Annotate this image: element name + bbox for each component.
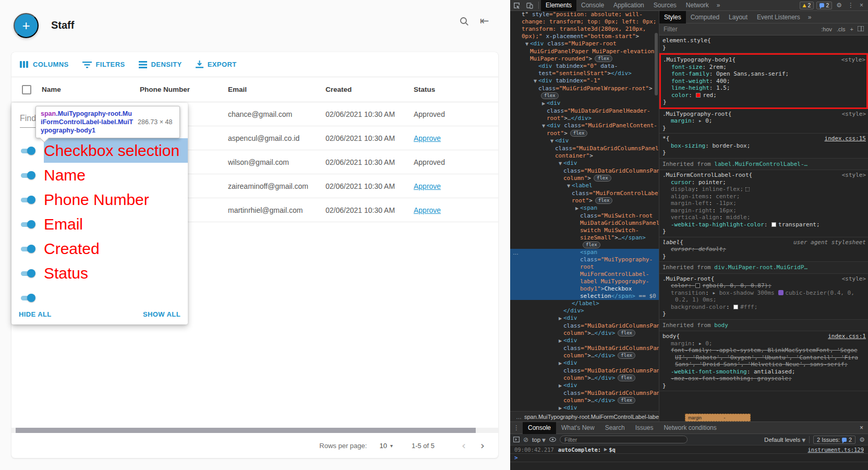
drawer-kebab-icon[interactable]: ⋮ — [510, 424, 523, 431]
css-property[interactable]: margin-left: -11px; — [662, 200, 866, 207]
style-rule[interactable]: body {index.css:1margin: ▸ 0;font-family… — [659, 331, 868, 391]
css-property[interactable]: -moz-osx-font-smoothing: grayscale; — [662, 375, 866, 382]
color-swatch[interactable] — [695, 283, 700, 288]
breadcrumb-overflow-left[interactable]: … — [516, 414, 522, 420]
flex-editor-icon[interactable] — [745, 187, 750, 191]
device-toolbar-icon[interactable] — [523, 2, 536, 9]
previous-page-button[interactable]: ‹ — [454, 440, 473, 451]
css-property[interactable]: line-height: 1.5; — [663, 85, 865, 92]
expand-arrow-closed-icon[interactable]: ▶ — [575, 205, 580, 212]
expand-value-icon[interactable]: ▸ — [698, 117, 705, 124]
density-button[interactable]: DENSITY — [139, 61, 182, 68]
log-value[interactable]: $q — [609, 447, 616, 453]
approve-link[interactable]: Approve — [414, 206, 441, 214]
drawer-tab-issues[interactable]: Issues — [630, 422, 659, 434]
devtools-tab-elements[interactable]: Elements — [541, 0, 576, 11]
console-settings-gear-icon[interactable]: ⚙ — [859, 436, 865, 443]
expand-value-icon[interactable]: ▸ — [712, 290, 719, 296]
more-tabs-icon[interactable]: » — [714, 2, 724, 9]
expand-arrow-closed-icon[interactable]: ▶ — [559, 315, 563, 322]
dom-tree-node[interactable]: ▼<div class="MuiDataGridColumnsPanel-col… — [510, 160, 659, 182]
flex-badge[interactable]: flex — [618, 330, 635, 336]
next-page-button[interactable]: › — [473, 440, 492, 451]
expand-arrow-closed-icon[interactable]: ▶ — [559, 382, 563, 390]
style-rule[interactable]: .MuiTypography-body1 {<style>font-size: … — [659, 53, 868, 109]
style-rule[interactable]: element.style {} — [659, 35, 868, 53]
expand-arrow-closed-icon[interactable]: ▶ — [559, 405, 563, 411]
dom-tree-node[interactable]: ▶<div class="MuiDataGridColumnsPanel-col… — [510, 359, 659, 382]
close-drawer-icon[interactable]: × — [855, 424, 868, 431]
devtools-tab-sources[interactable]: Sources — [649, 0, 681, 11]
inherited-node-link[interactable]: label.MuiFormControlLabel-… — [714, 161, 807, 167]
expand-arrow-open-icon[interactable]: ▼ — [525, 41, 530, 48]
toggle-switch[interactable] — [20, 220, 35, 228]
warnings-badge[interactable]: ▲2 — [800, 2, 814, 9]
hover-state-toggle[interactable]: :hov — [821, 26, 832, 32]
elements-breadcrumb[interactable]: … span.MuiTypography-root.MuiFormControl… — [510, 411, 659, 421]
drawer-tab-search[interactable]: Search — [600, 422, 630, 434]
kebab-menu-icon[interactable]: ⋮ — [846, 2, 855, 9]
tab-layout[interactable]: Layout — [724, 11, 752, 23]
drawer-tab-whats-new[interactable]: What's New — [556, 422, 600, 434]
rule-selector[interactable]: body — [662, 333, 677, 340]
expand-arrow-open-icon[interactable]: ▼ — [550, 138, 555, 145]
dom-tree-node[interactable]: <span class="MuiTypography-root MuiFormC… — [510, 249, 659, 300]
dom-tree-node[interactable]: ▶<div class="MuiDataGridColumnsPanel-col… — [510, 382, 659, 404]
column-toggle-row[interactable]: Status — [11, 261, 188, 285]
flex-badge[interactable]: flex — [618, 375, 635, 381]
more-sidebar-tabs-icon[interactable]: » — [805, 14, 815, 21]
styles-filter-input[interactable]: Filter — [664, 26, 678, 33]
console-log-entry[interactable]: 09:00:42.217 autoComplete: ▶ $q instrume… — [510, 445, 868, 454]
export-button[interactable]: EXPORT — [196, 61, 237, 68]
css-property[interactable]: vertical-align: middle; — [662, 214, 866, 221]
tab-computed[interactable]: Computed — [686, 11, 724, 23]
filters-button[interactable]: FILTERS — [82, 61, 125, 68]
select-all-checkbox[interactable] — [22, 85, 31, 94]
flex-badge[interactable]: flex — [541, 92, 559, 99]
css-property[interactable]: margin-right: 16px; — [662, 207, 866, 214]
expand-arrow-closed-icon[interactable]: ▶ — [559, 360, 563, 367]
dom-tree-node[interactable]: </div> — [510, 307, 659, 315]
style-rule[interactable]: label {user agent stylesheetcursor: defa… — [659, 237, 868, 262]
box-model-margin[interactable]: margin - — [685, 414, 751, 421]
dom-tree-node[interactable]: ▼<div class="MuiGridPanelContent-root">f… — [510, 122, 659, 137]
dom-tree-node[interactable]: ▼<div tabindex="-1" class="MuiGridPanelW… — [510, 77, 659, 100]
console-prompt[interactable]: > — [510, 454, 868, 462]
css-property[interactable]: background-color: #fff; — [662, 304, 866, 311]
expand-arrow-open-icon[interactable]: ▼ — [567, 183, 572, 190]
color-swatch[interactable] — [771, 222, 776, 227]
search-icon[interactable] — [459, 16, 469, 29]
style-rule[interactable]: .MuiFormControlLabel-root {<style>cursor… — [659, 170, 868, 237]
columns-button[interactable]: COLUMNS — [20, 61, 69, 68]
new-rule-button[interactable]: + — [850, 26, 853, 32]
column-toggle-row[interactable]: Checkbox selection — [11, 138, 188, 163]
color-swatch[interactable] — [733, 305, 738, 309]
clear-console-icon[interactable]: ⊘ — [523, 436, 528, 443]
dom-tree-node[interactable]: ▶<div class="MuiDataGridColumnsPanel-col… — [510, 404, 659, 411]
dom-tree-node[interactable]: ▶<div class="MuiDataGridColumnsPanel-col… — [510, 315, 659, 337]
css-property[interactable]: font-family: -apple-system, BlinkMacSyst… — [662, 347, 866, 368]
css-property[interactable]: margin: ▸ 0; — [662, 340, 866, 347]
css-property[interactable]: display: inline-flex; — [662, 186, 866, 193]
css-property[interactable]: font-family: Open Sans,sans-serif; — [663, 70, 865, 78]
expand-arrow-closed-icon[interactable]: ▶ — [559, 338, 563, 345]
dropdown-caret-icon[interactable]: ▾ — [390, 443, 393, 449]
rule-selector[interactable]: .MuiPaper-root — [662, 275, 711, 283]
drawer-tab-console[interactable]: Console — [523, 422, 556, 434]
css-property[interactable]: align-items: center; — [662, 193, 866, 200]
issues-counter[interactable]: 2 Issues: 2 — [813, 436, 855, 444]
toggle-switch[interactable] — [20, 245, 35, 253]
css-property[interactable]: cursor: pointer; — [662, 179, 866, 186]
dom-tree-node[interactable]: <div tabindex="0" data-test="sentinelSta… — [510, 63, 659, 77]
inspect-element-icon[interactable] — [510, 2, 523, 9]
approve-link[interactable]: Approve — [414, 134, 441, 142]
css-property[interactable]: color: rgba(0, 0, 0, 0.87); — [662, 282, 866, 290]
column-header-phone[interactable]: Phone Number — [140, 86, 228, 93]
inherited-node-link[interactable]: div.MuiPaper-root.MuiGridP… — [714, 264, 807, 271]
flex-badge[interactable]: flex — [583, 242, 600, 248]
column-toggle-row[interactable]: Name — [11, 163, 188, 187]
expand-arrow-open-icon[interactable]: ▼ — [534, 78, 538, 85]
column-header-name[interactable]: Name — [42, 86, 140, 93]
rule-origin[interactable]: index.css:15 — [825, 135, 866, 142]
expand-value-icon[interactable]: ▸ — [698, 340, 705, 347]
